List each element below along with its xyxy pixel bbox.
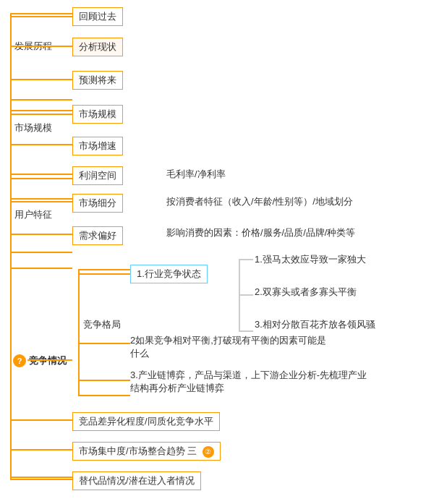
node-jingpin[interactable]: 竞品差异化程度/同质化竞争水平 [72, 412, 220, 431]
line-yuce [10, 79, 72, 80]
yonghu-h-bot [10, 252, 72, 253]
hangye-sub-h1 [239, 259, 253, 260]
line-huigu [10, 16, 72, 17]
geju-v-line [78, 269, 80, 396]
root-icon: ? [13, 354, 26, 367]
root-h-line [27, 359, 72, 361]
line-pingheng [78, 343, 130, 344]
section-shichang: 市场规模 [14, 121, 52, 134]
line-jingpin [10, 419, 72, 421]
line-chanyilian [78, 380, 130, 381]
sub1-matatai: 1.强马太效应导致一家独大 [255, 253, 366, 266]
line-lirun [10, 174, 72, 175]
jingzheng-h-top [10, 268, 72, 269]
shichang-h-bot [10, 178, 72, 179]
hangye-sub-h2 [239, 294, 253, 296]
node-fenxi[interactable]: 分析现状 [72, 38, 123, 56]
node-xifeng[interactable]: 市场细分 [72, 194, 123, 213]
section-jingzhenggeju: 竞争格局 [83, 318, 121, 331]
line-jizhongdu [10, 449, 72, 450]
root-node: ? 竞争情况 [13, 354, 67, 367]
line-xupian [10, 234, 72, 235]
line-tidaipin [10, 479, 72, 480]
mind-map: ? 竞争情况 发展历程 回顾过去 分析现状 预测将来 市场规模 市场规模 市场增… [0, 0, 426, 504]
line-hangye [78, 273, 130, 275]
shichang-h-top [10, 110, 72, 111]
desc-xifeng: 按消费者特征（收入/年龄/性别等）/地域划分 [166, 195, 353, 208]
fazhan-h-bot [10, 99, 72, 101]
desc-lirun: 毛利率/净利率 [166, 168, 226, 181]
node-tidaipin[interactable]: 替代品情况/潜在进入者情况 [72, 471, 201, 490]
main-v-line [10, 13, 12, 479]
root-label: 竞争情况 [29, 354, 67, 367]
node-huigu[interactable]: 回顾过去 [72, 7, 123, 26]
desc-xupian: 影响消费的因素：价格/服务/品质/品牌/种类等 [166, 226, 355, 239]
geju-h-bot [78, 395, 130, 396]
hangye-sub-h3 [239, 330, 253, 332]
node-chanyilian: 3.产业链博弈，产品与渠道，上下游企业分析-先梳理产业结构再分析产业链博弈 [130, 369, 369, 395]
node-zengshu[interactable]: 市场增速 [72, 137, 123, 155]
sub2-shuaguatou: 2.双寡头或者多寡头平衡 [255, 286, 357, 299]
node-lirun[interactable]: 利润空间 [72, 166, 123, 185]
node-yuce[interactable]: 预测将来 [72, 71, 123, 90]
node-shichangguimo[interactable]: 市场规模 [72, 105, 123, 124]
node-xupian[interactable]: 需求偏好 [72, 226, 123, 245]
line-fenxi [10, 46, 72, 47]
section-yonghu: 用户特征 [14, 208, 52, 221]
fazhan-h-top [10, 13, 72, 14]
line-guimo [10, 114, 72, 115]
line-zengshu [10, 144, 72, 145]
line-xifeng [10, 201, 72, 202]
sub3-fensan: 3.相对分散百花齐放各领风骚 [255, 318, 375, 331]
node-jizhongdu[interactable]: 市场集中度/市场整合趋势 三 ② [72, 442, 221, 461]
node-hangye-jingzheng[interactable]: 1.行业竞争状态 [130, 265, 208, 283]
node-pingheng: 2如果竞争相对平衡,打破现有平衡的因素可能是什么 [130, 334, 333, 360]
geju-h-top [78, 269, 130, 270]
yonghu-h-top [10, 198, 72, 200]
jingzheng-h-bot [10, 477, 72, 478]
